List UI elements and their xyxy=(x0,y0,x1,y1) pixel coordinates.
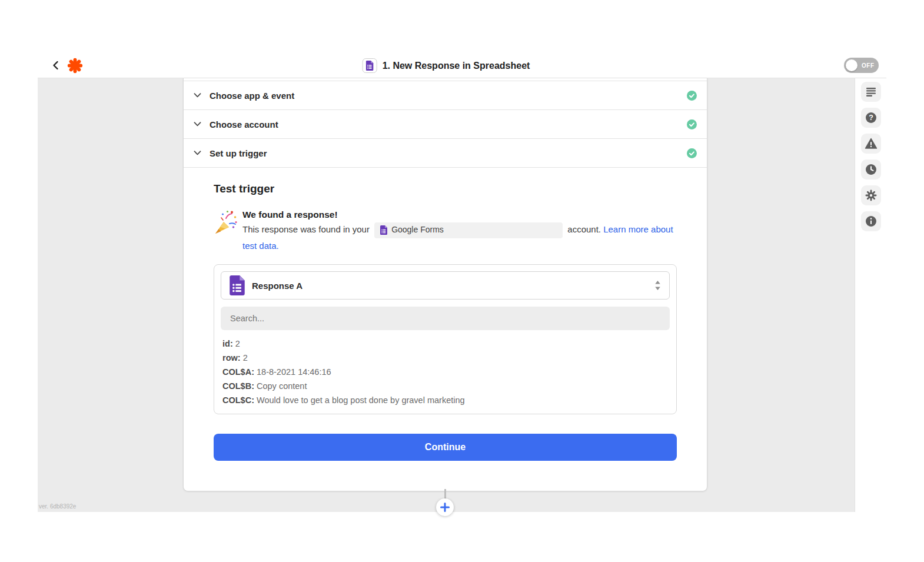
field-row-col-a: COL$A: 18-8-2021 14:46:16 xyxy=(222,365,668,379)
response-fields-list: id: 2 row: 2 COL$A: 18-8-2021 14:46:16 C… xyxy=(222,337,668,407)
found-response-text: This response was found in your xyxy=(242,222,677,253)
field-value: 18-8-2021 14:46:16 xyxy=(257,367,331,377)
response-text-before: This response was found in your xyxy=(242,224,370,234)
svg-text:?: ? xyxy=(869,114,873,122)
selected-response-label: Response A xyxy=(252,281,303,291)
response-select[interactable]: Response A xyxy=(221,271,670,300)
account-badge-label: Google Forms xyxy=(391,222,444,238)
plus-icon xyxy=(440,503,450,512)
version-label: ver. 6db8392e xyxy=(39,503,76,510)
section-choose-app-event[interactable]: Choose app & event xyxy=(184,81,707,110)
help-button[interactable]: ? xyxy=(861,108,881,128)
editor-right-toolbar: ? xyxy=(855,78,886,512)
settings-button[interactable] xyxy=(861,185,881,205)
field-label: COL$B: xyxy=(222,381,254,391)
field-label: COL$C: xyxy=(222,395,254,405)
check-circle-icon xyxy=(687,91,697,101)
check-circle-icon xyxy=(687,148,697,158)
field-value: 2 xyxy=(243,353,248,363)
chevron-down-icon xyxy=(194,122,201,127)
step-title: 1. New Response in Spreadsheet xyxy=(383,61,530,71)
section-label: Choose account xyxy=(210,119,278,129)
google-forms-app-icon xyxy=(363,58,377,73)
help-icon: ? xyxy=(865,111,878,124)
field-label: COL$A: xyxy=(222,367,254,377)
response-text-after: account. xyxy=(567,224,601,234)
chevron-down-icon xyxy=(194,151,201,155)
zapier-logo-icon[interactable] xyxy=(67,58,83,74)
chevron-down-icon xyxy=(194,93,201,98)
toggle-state-label: OFF xyxy=(862,62,875,69)
back-button[interactable] xyxy=(50,58,61,72)
field-value: Would love to get a blog post done by gr… xyxy=(257,395,465,405)
zap-editor-window: 1. New Response in Spreadsheet OFF Choos… xyxy=(38,53,886,513)
info-icon xyxy=(865,215,878,228)
check-circle-icon xyxy=(687,119,697,129)
section-label: Set up trigger xyxy=(210,148,267,158)
google-forms-icon xyxy=(230,275,245,295)
toggle-knob xyxy=(846,59,857,71)
notes-icon xyxy=(865,85,878,98)
chevron-left-icon xyxy=(52,61,59,70)
found-response-title: We found a response! xyxy=(242,209,677,220)
found-response-block: We found a response! This response was f… xyxy=(214,209,677,253)
step-connector-line xyxy=(444,489,446,499)
section-set-up-trigger[interactable]: Set up trigger xyxy=(184,139,707,168)
field-label: row: xyxy=(222,353,241,363)
trigger-step-card: Choose app & event Choose account xyxy=(183,78,707,491)
add-step-button[interactable] xyxy=(436,498,454,516)
google-forms-account-badge[interactable]: Google Forms xyxy=(374,222,563,238)
editor-header: 1. New Response in Spreadsheet OFF xyxy=(38,53,886,78)
field-value: 2 xyxy=(235,339,240,348)
field-row-col-c: COL$C: Would love to get a blog post don… xyxy=(222,393,668,407)
test-trigger-heading: Test trigger xyxy=(214,182,677,195)
zap-on-off-toggle[interactable]: OFF xyxy=(844,58,879,73)
continue-button[interactable]: Continue xyxy=(214,434,677,461)
history-button[interactable] xyxy=(861,159,881,179)
search-input[interactable] xyxy=(221,307,670,330)
section-choose-account[interactable]: Choose account xyxy=(184,110,707,139)
sort-arrows-icon xyxy=(654,281,661,290)
google-forms-icon xyxy=(380,225,387,235)
warning-button[interactable] xyxy=(861,134,881,154)
test-trigger-section: Test trigger xyxy=(184,182,707,461)
field-row-col-b: COL$B: Copy content xyxy=(222,379,668,393)
field-label: id: xyxy=(222,339,233,348)
info-button[interactable] xyxy=(861,211,881,231)
sample-response-panel: Response A id: 2 xyxy=(214,264,677,414)
notes-button[interactable] xyxy=(861,82,881,102)
field-row-id: id: 2 xyxy=(222,337,668,351)
zapier-editor-page: 1. New Response in Spreadsheet OFF Choos… xyxy=(0,0,924,562)
party-popper-icon xyxy=(214,209,237,235)
section-label: Choose app & event xyxy=(210,91,294,101)
gear-icon xyxy=(865,189,878,202)
editor-canvas: Choose app & event Choose account xyxy=(38,78,855,512)
history-icon xyxy=(865,163,878,176)
field-value: Copy content xyxy=(257,381,307,391)
field-row-row: row: 2 xyxy=(222,351,668,365)
step-header: 1. New Response in Spreadsheet xyxy=(363,53,530,78)
warning-icon xyxy=(865,137,878,150)
